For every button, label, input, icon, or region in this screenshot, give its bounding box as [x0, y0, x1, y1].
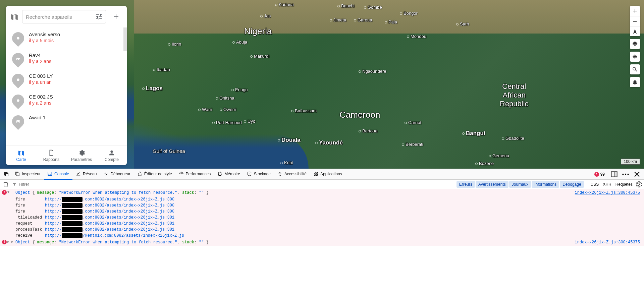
redacted	[62, 197, 83, 202]
account-icon	[108, 149, 115, 157]
stack-frame[interactable]: fire http://.com:8082/assets/index-x26j1…	[15, 209, 644, 215]
stack-frame[interactable]: _tileLoaded http://.com:8082/assets/inde…	[15, 215, 644, 221]
chip-logs[interactable]: Journaux	[509, 181, 531, 188]
close-devtools-button[interactable]	[633, 170, 641, 179]
device-item[interactable]: Rav4 il y a 2 ans	[6, 48, 127, 69]
add-device-button[interactable]	[109, 10, 123, 23]
device-item[interactable]: CE 002 JS il y a 2 ans	[6, 90, 127, 111]
picker-icon	[4, 172, 9, 177]
search-map-button[interactable]	[630, 64, 640, 74]
car-marker-icon	[10, 113, 27, 130]
collapse-arrow-icon[interactable]: ▼	[7, 190, 11, 195]
dock-button[interactable]	[610, 170, 619, 179]
devtools-tab-console[interactable]: Console	[44, 169, 72, 180]
bottom-nav: CarteRapportsParamètresCompte	[6, 145, 127, 165]
chip-info[interactable]: Informations	[532, 181, 559, 188]
locate-button[interactable]	[630, 52, 640, 62]
stack-frame[interactable]: request http://.com:8082/assets/index-x2…	[15, 221, 644, 227]
apps-icon	[313, 171, 318, 176]
chip-warnings[interactable]: Avertissements	[476, 181, 508, 188]
source-link[interactable]: index-x26j1x-Z.js:300:45375	[575, 239, 642, 245]
devtools-toolbar: InspecteurConsoleRéseauDébogueurÉditeur …	[0, 169, 644, 180]
pick-element-button[interactable]	[1, 169, 11, 179]
toggle-req[interactable]: Requêtes	[613, 181, 635, 188]
device-time: il y a un an	[29, 79, 53, 85]
toggle-xhr[interactable]: XHR	[601, 181, 613, 188]
svg-point-4	[622, 173, 624, 175]
devtools-tab-inspector[interactable]: Inspecteur	[11, 169, 44, 180]
devtools-tab-network[interactable]: Réseau	[72, 169, 100, 180]
device-search-input[interactable]	[26, 14, 95, 20]
stack-url[interactable]: http://.com:8082/assets/index-x26j1x-Z.j…	[45, 202, 174, 209]
toolbar-error-count[interactable]: ! 99+	[594, 172, 607, 177]
reports-icon	[48, 149, 55, 157]
stack-fn: fire	[15, 202, 42, 209]
layers-icon	[632, 41, 638, 47]
stack-frame[interactable]: processTask http://.com:8082/assets/inde…	[15, 227, 644, 233]
stack-url[interactable]: http://.com:8082/assets/index-x26j1x-Z.j…	[45, 196, 174, 202]
console-row[interactable]: !▼ Object { message: "NetworkError when …	[0, 189, 644, 196]
redacted	[62, 221, 83, 226]
scrollbar[interactable]	[123, 27, 127, 145]
devtools-tab-apps[interactable]: Applications	[310, 169, 345, 180]
nav-account[interactable]: Compte	[97, 146, 127, 165]
more-button[interactable]	[621, 170, 630, 179]
stack-url[interactable]: http://.com:8082/assets/index-x26j1x-Z.j…	[45, 215, 174, 221]
devtools-tab-a11y[interactable]: Accessibilité	[274, 169, 310, 180]
navigation-icon	[632, 28, 638, 35]
nav-label: Rapports	[43, 157, 60, 162]
notifications-button[interactable]	[630, 77, 640, 87]
chip-errors[interactable]: Erreurs	[457, 181, 475, 188]
layers-button[interactable]	[630, 39, 640, 49]
stack-frame[interactable]: fire http://.com:8082/assets/index-x26j1…	[15, 196, 644, 202]
device-list[interactable]: Avensis verso il y a 5 mois Rav4 il y a …	[6, 27, 127, 145]
map-canvas[interactable]: NigeriaCameroonCentralAfricanRepublicGul…	[0, 0, 644, 169]
stack-url[interactable]: http:///kentnix.com:8082/assets/index-x2…	[45, 233, 184, 239]
stack-url[interactable]: http://.com:8082/assets/index-x26j1x-Z.j…	[45, 227, 174, 233]
chip-debug[interactable]: Débogage	[560, 181, 584, 188]
storage-icon	[247, 171, 252, 176]
redacted	[62, 215, 83, 220]
devtools-tab-memory[interactable]: Mémoire	[214, 169, 244, 180]
devtools-tab-storage[interactable]: Stockage	[244, 169, 274, 180]
device-item[interactable]: CE 003 LY il y a un an	[6, 69, 127, 90]
device-search[interactable]	[22, 10, 106, 23]
svg-point-3	[279, 172, 280, 173]
crosshair-icon	[632, 54, 638, 60]
pin-marker-icon	[10, 71, 27, 88]
error-icon: !	[2, 240, 7, 244]
zoom-out-button[interactable]	[630, 16, 640, 26]
console-filter-input[interactable]	[12, 182, 99, 187]
devtools-tab-style[interactable]: Éditeur de style	[134, 169, 175, 180]
device-name: Rav4	[29, 52, 51, 58]
stack-frame[interactable]: receive http:///kentnix.com:8082/assets/…	[15, 233, 644, 239]
console-row[interactable]: !▶▶ Object { message: "NetworkError when…	[0, 239, 644, 246]
stack-url[interactable]: http://.com:8082/assets/index-x26j1x-Z.j…	[45, 221, 174, 227]
stack-url[interactable]: http://.com:8082/assets/index-x26j1x-Z.j…	[45, 209, 174, 215]
map-icon	[10, 12, 19, 21]
log-level-chips: Erreurs Avertissements Journaux Informat…	[457, 181, 584, 188]
expand-arrow-icon[interactable]: ▶	[7, 239, 11, 244]
toggle-css[interactable]: CSS	[589, 181, 601, 188]
compass-button[interactable]	[630, 26, 640, 36]
console-filter-bar: Erreurs Avertissements Journaux Informat…	[0, 180, 644, 189]
clear-console-button[interactable]	[2, 181, 9, 188]
bell-icon	[632, 79, 638, 85]
console-output[interactable]: !▼ Object { message: "NetworkError when …	[0, 189, 644, 296]
network-icon	[76, 171, 81, 176]
zoom-in-button[interactable]	[630, 6, 640, 16]
device-item[interactable]: Awad 1	[6, 111, 127, 131]
console-settings-button[interactable]	[635, 181, 642, 188]
map-scale: 100 km	[621, 159, 640, 165]
source-link[interactable]: index-x26j1x-Z.js:300:45375	[575, 190, 642, 196]
tune-icon[interactable]	[95, 13, 103, 21]
devtools-tab-debugger[interactable]: Débogueur	[100, 169, 133, 180]
device-item[interactable]: Avensis verso il y a 5 mois	[6, 27, 127, 48]
nav-map[interactable]: Carte	[6, 146, 36, 165]
more-icon	[621, 170, 630, 179]
device-time: il y a 2 ans	[29, 100, 53, 106]
nav-reports[interactable]: Rapports	[36, 146, 66, 165]
devtools-tab-performance[interactable]: Performances	[175, 169, 214, 180]
stack-frame[interactable]: fire http://.com:8082/assets/index-x26j1…	[15, 202, 644, 209]
nav-settings[interactable]: Paramètres	[66, 146, 97, 165]
